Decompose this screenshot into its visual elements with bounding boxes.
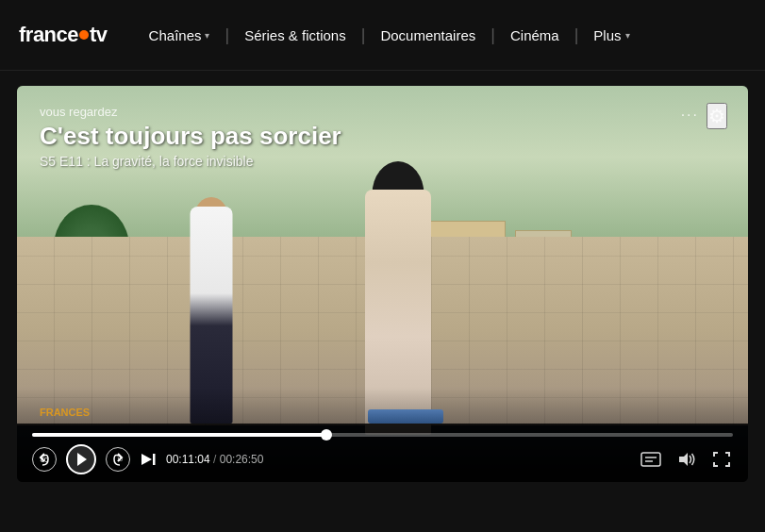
nav-label-documentaires: Documentaires xyxy=(380,27,475,43)
nav-item-cinema[interactable]: Cinéma xyxy=(497,0,573,71)
chevron-down-icon-chaines: ▾ xyxy=(205,30,209,41)
next-icon xyxy=(140,451,157,468)
rewind-label: 10 xyxy=(41,457,48,463)
main-nav: Chaînes ▾ | Séries & fictions | Document… xyxy=(136,0,746,71)
controls-right xyxy=(639,449,733,470)
svg-rect-3 xyxy=(153,454,156,465)
nav-separator-4: | xyxy=(573,25,581,45)
fullscreen-icon xyxy=(712,451,731,468)
nav-item-documentaires[interactable]: Documentaires xyxy=(367,0,489,71)
volume-icon xyxy=(676,451,697,468)
nav-label-chaines: Chaînes xyxy=(149,27,202,43)
fullscreen-button[interactable] xyxy=(710,449,733,470)
nav-separator-3: | xyxy=(489,25,497,45)
play-icon xyxy=(77,453,87,466)
logo[interactable]: france tv xyxy=(19,23,108,47)
logo-text-tv: tv xyxy=(90,23,108,47)
logo-dot xyxy=(79,30,89,40)
next-button[interactable] xyxy=(140,451,157,468)
time-total: 00:26:50 xyxy=(220,453,264,466)
progress-thumb[interactable] xyxy=(321,429,332,441)
forward-icon: 10 xyxy=(108,450,127,469)
video-player[interactable]: vous regardez C'est toujours pas sorcier… xyxy=(17,86,748,482)
more-options-button[interactable]: ··· xyxy=(681,107,699,124)
nav-item-series[interactable]: Séries & fictions xyxy=(231,0,359,71)
nav-item-plus[interactable]: Plus ▾ xyxy=(580,0,642,71)
controls-left: 10 10 10 xyxy=(32,444,263,474)
svg-marker-2 xyxy=(141,454,152,465)
svg-rect-4 xyxy=(641,453,660,466)
progress-bar[interactable] xyxy=(32,433,733,437)
progress-fill xyxy=(32,433,326,437)
nav-label-cinema: Cinéma xyxy=(510,27,559,43)
nav-label-plus: Plus xyxy=(593,27,621,43)
volume-button[interactable] xyxy=(674,449,699,470)
subtitles-button[interactable] xyxy=(639,450,663,469)
nav-item-chaines[interactable]: Chaînes ▾ xyxy=(136,0,224,71)
time-current: 00:11:04 xyxy=(166,453,210,466)
rewind-button[interactable]: 10 10 xyxy=(32,447,57,472)
video-frame: vous regardez C'est toujours pas sorcier… xyxy=(17,86,748,482)
nav-separator-1: | xyxy=(223,25,231,45)
logo-text-france: france xyxy=(19,23,78,47)
play-button[interactable] xyxy=(66,444,96,474)
scene xyxy=(17,86,748,482)
settings-button[interactable]: ⚙ xyxy=(707,103,727,129)
forward-button[interactable]: 10 xyxy=(106,447,130,472)
nav-label-series: Séries & fictions xyxy=(244,27,346,43)
controls-bar: 10 10 10 xyxy=(17,424,748,482)
header: france tv Chaînes ▾ | Séries & fictions … xyxy=(0,0,765,71)
cc-icon xyxy=(640,452,661,467)
svg-text:10: 10 xyxy=(117,457,123,462)
time-display: 00:11:04 / 00:26:50 xyxy=(166,453,263,466)
chevron-down-icon-plus: ▾ xyxy=(625,30,630,41)
time-separator: / xyxy=(213,453,220,466)
nav-separator-2: | xyxy=(359,25,368,45)
controls-row: 10 10 10 xyxy=(32,444,733,474)
svg-marker-7 xyxy=(679,453,688,466)
